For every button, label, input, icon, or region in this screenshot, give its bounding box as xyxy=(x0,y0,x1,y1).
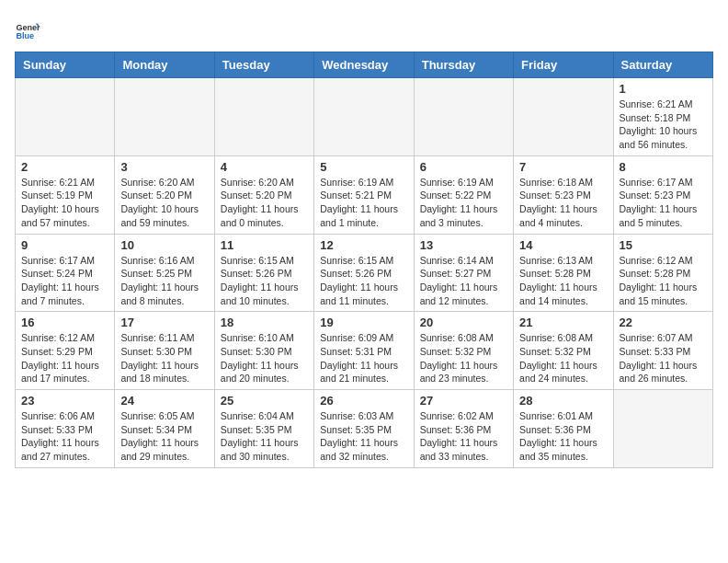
day-number: 24 xyxy=(120,394,208,408)
day-number: 16 xyxy=(21,316,108,329)
day-number: 18 xyxy=(221,316,308,329)
day-number: 10 xyxy=(120,238,208,252)
day-number: 3 xyxy=(120,160,208,174)
day-number: 7 xyxy=(519,160,607,174)
day-number: 9 xyxy=(21,238,108,252)
day-info: Sunrise: 6:21 AM Sunset: 5:18 PM Dayligh… xyxy=(620,98,707,152)
calendar-cell: 24Sunrise: 6:05 AM Sunset: 5:34 PM Dayli… xyxy=(115,390,214,468)
day-number: 14 xyxy=(519,238,607,252)
weekday-header-monday: Monday xyxy=(115,52,214,78)
calendar-cell xyxy=(115,78,214,156)
calendar-cell: 2Sunrise: 6:21 AM Sunset: 5:19 PM Daylig… xyxy=(16,155,115,234)
day-info: Sunrise: 6:12 AM Sunset: 5:29 PM Dayligh… xyxy=(21,331,108,385)
day-info: Sunrise: 6:09 AM Sunset: 5:31 PM Dayligh… xyxy=(320,331,407,385)
weekday-header-thursday: Thursday xyxy=(414,52,513,78)
calendar-cell: 13Sunrise: 6:14 AM Sunset: 5:27 PM Dayli… xyxy=(414,234,513,312)
calendar-cell: 4Sunrise: 6:20 AM Sunset: 5:20 PM Daylig… xyxy=(214,155,313,234)
day-number: 2 xyxy=(21,160,108,174)
logo-icon: General Blue xyxy=(15,18,40,44)
day-info: Sunrise: 6:08 AM Sunset: 5:32 PM Dayligh… xyxy=(420,331,507,385)
calendar-cell: 8Sunrise: 6:17 AM Sunset: 5:23 PM Daylig… xyxy=(613,155,712,234)
calendar-cell: 17Sunrise: 6:11 AM Sunset: 5:30 PM Dayli… xyxy=(115,312,214,390)
calendar-cell xyxy=(514,78,613,156)
calendar-cell xyxy=(314,78,414,156)
day-info: Sunrise: 6:20 AM Sunset: 5:20 PM Dayligh… xyxy=(221,176,308,230)
day-number: 8 xyxy=(620,160,707,174)
day-info: Sunrise: 6:21 AM Sunset: 5:19 PM Dayligh… xyxy=(21,176,108,230)
day-number: 23 xyxy=(21,394,108,408)
calendar-cell: 25Sunrise: 6:04 AM Sunset: 5:35 PM Dayli… xyxy=(214,390,313,468)
weekday-header-sunday: Sunday xyxy=(16,52,115,78)
calendar-cell: 26Sunrise: 6:03 AM Sunset: 5:35 PM Dayli… xyxy=(314,390,414,468)
day-info: Sunrise: 6:17 AM Sunset: 5:23 PM Dayligh… xyxy=(620,176,707,230)
day-info: Sunrise: 6:15 AM Sunset: 5:26 PM Dayligh… xyxy=(221,254,308,308)
day-info: Sunrise: 6:19 AM Sunset: 5:22 PM Dayligh… xyxy=(420,176,507,230)
calendar-cell xyxy=(214,78,313,156)
calendar-cell: 19Sunrise: 6:09 AM Sunset: 5:31 PM Dayli… xyxy=(314,312,414,390)
day-info: Sunrise: 6:18 AM Sunset: 5:23 PM Dayligh… xyxy=(519,176,607,230)
calendar-cell: 22Sunrise: 6:07 AM Sunset: 5:33 PM Dayli… xyxy=(613,312,712,390)
day-info: Sunrise: 6:17 AM Sunset: 5:24 PM Dayligh… xyxy=(21,254,108,308)
weekday-header-friday: Friday xyxy=(514,52,613,78)
calendar-cell: 21Sunrise: 6:08 AM Sunset: 5:32 PM Dayli… xyxy=(514,312,613,390)
calendar-table: SundayMondayTuesdayWednesdayThursdayFrid… xyxy=(15,52,713,468)
day-number: 27 xyxy=(420,394,507,408)
day-number: 21 xyxy=(519,316,607,329)
day-number: 25 xyxy=(221,394,308,408)
calendar-cell: 10Sunrise: 6:16 AM Sunset: 5:25 PM Dayli… xyxy=(115,234,214,312)
day-number: 22 xyxy=(620,316,707,329)
day-info: Sunrise: 6:14 AM Sunset: 5:27 PM Dayligh… xyxy=(420,254,507,308)
day-number: 15 xyxy=(620,238,707,252)
calendar-week-1: 1Sunrise: 6:21 AM Sunset: 5:18 PM Daylig… xyxy=(16,78,713,156)
day-info: Sunrise: 6:08 AM Sunset: 5:32 PM Dayligh… xyxy=(519,331,607,385)
calendar-week-3: 9Sunrise: 6:17 AM Sunset: 5:24 PM Daylig… xyxy=(16,234,713,312)
day-number: 17 xyxy=(120,316,208,329)
day-number: 12 xyxy=(320,238,407,252)
day-number: 13 xyxy=(420,238,507,252)
day-info: Sunrise: 6:07 AM Sunset: 5:33 PM Dayligh… xyxy=(620,331,707,385)
calendar-cell: 15Sunrise: 6:12 AM Sunset: 5:28 PM Dayli… xyxy=(613,234,712,312)
calendar-cell: 7Sunrise: 6:18 AM Sunset: 5:23 PM Daylig… xyxy=(514,155,613,234)
calendar-cell: 14Sunrise: 6:13 AM Sunset: 5:28 PM Dayli… xyxy=(514,234,613,312)
svg-text:Blue: Blue xyxy=(16,31,34,40)
day-info: Sunrise: 6:10 AM Sunset: 5:30 PM Dayligh… xyxy=(221,331,308,385)
calendar-week-5: 23Sunrise: 6:06 AM Sunset: 5:33 PM Dayli… xyxy=(16,390,713,468)
day-info: Sunrise: 6:19 AM Sunset: 5:21 PM Dayligh… xyxy=(320,176,407,230)
calendar-cell: 9Sunrise: 6:17 AM Sunset: 5:24 PM Daylig… xyxy=(16,234,115,312)
calendar-cell xyxy=(613,390,712,468)
day-info: Sunrise: 6:20 AM Sunset: 5:20 PM Dayligh… xyxy=(120,176,208,230)
day-number: 20 xyxy=(420,316,507,329)
calendar-cell xyxy=(414,78,513,156)
day-info: Sunrise: 6:03 AM Sunset: 5:35 PM Dayligh… xyxy=(320,409,407,464)
calendar-header-row: SundayMondayTuesdayWednesdayThursdayFrid… xyxy=(16,52,713,78)
day-info: Sunrise: 6:06 AM Sunset: 5:33 PM Dayligh… xyxy=(21,409,108,464)
calendar-cell: 11Sunrise: 6:15 AM Sunset: 5:26 PM Dayli… xyxy=(214,234,313,312)
day-number: 28 xyxy=(519,394,607,408)
calendar-cell: 27Sunrise: 6:02 AM Sunset: 5:36 PM Dayli… xyxy=(414,390,513,468)
day-info: Sunrise: 6:11 AM Sunset: 5:30 PM Dayligh… xyxy=(120,331,208,385)
calendar-week-2: 2Sunrise: 6:21 AM Sunset: 5:19 PM Daylig… xyxy=(16,155,713,234)
weekday-header-wednesday: Wednesday xyxy=(314,52,414,78)
day-number: 26 xyxy=(320,394,407,408)
calendar-cell xyxy=(16,78,115,156)
day-info: Sunrise: 6:04 AM Sunset: 5:35 PM Dayligh… xyxy=(221,409,308,464)
page-header: General Blue xyxy=(15,15,713,44)
day-number: 4 xyxy=(221,160,308,174)
calendar-cell: 20Sunrise: 6:08 AM Sunset: 5:32 PM Dayli… xyxy=(414,312,513,390)
day-info: Sunrise: 6:16 AM Sunset: 5:25 PM Dayligh… xyxy=(120,254,208,308)
day-info: Sunrise: 6:05 AM Sunset: 5:34 PM Dayligh… xyxy=(120,409,208,464)
day-info: Sunrise: 6:12 AM Sunset: 5:28 PM Dayligh… xyxy=(620,254,707,308)
day-info: Sunrise: 6:02 AM Sunset: 5:36 PM Dayligh… xyxy=(420,409,507,464)
weekday-header-tuesday: Tuesday xyxy=(214,52,313,78)
calendar-cell: 5Sunrise: 6:19 AM Sunset: 5:21 PM Daylig… xyxy=(314,155,414,234)
calendar-cell: 28Sunrise: 6:01 AM Sunset: 5:36 PM Dayli… xyxy=(514,390,613,468)
calendar-cell: 16Sunrise: 6:12 AM Sunset: 5:29 PM Dayli… xyxy=(16,312,115,390)
calendar-cell: 1Sunrise: 6:21 AM Sunset: 5:18 PM Daylig… xyxy=(613,78,712,156)
day-info: Sunrise: 6:13 AM Sunset: 5:28 PM Dayligh… xyxy=(519,254,607,308)
calendar-cell: 12Sunrise: 6:15 AM Sunset: 5:26 PM Dayli… xyxy=(314,234,414,312)
logo: General Blue xyxy=(15,18,44,44)
calendar-cell: 18Sunrise: 6:10 AM Sunset: 5:30 PM Dayli… xyxy=(214,312,313,390)
weekday-header-saturday: Saturday xyxy=(613,52,712,78)
day-number: 6 xyxy=(420,160,507,174)
day-number: 5 xyxy=(320,160,407,174)
